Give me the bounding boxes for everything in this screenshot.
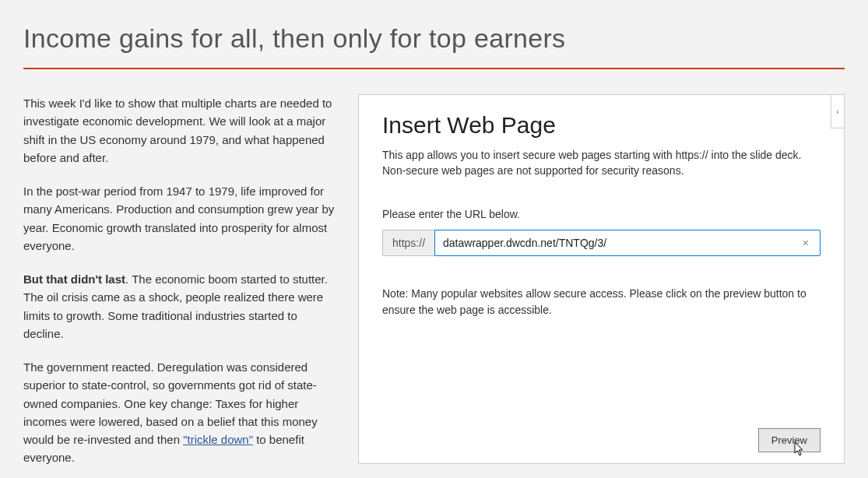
url-field-row: https:// × bbox=[382, 230, 821, 256]
preview-button[interactable]: Preview bbox=[758, 428, 821, 452]
insert-web-page-panel: ‹ Insert Web Page This app allows you to… bbox=[358, 94, 845, 464]
collapse-tab[interactable]: ‹ bbox=[831, 94, 845, 128]
url-input[interactable] bbox=[443, 237, 799, 249]
article-paragraph-2: In the post-war period from 1947 to 1979… bbox=[23, 182, 335, 255]
article-column: This week I'd like to show that multiple… bbox=[23, 94, 335, 478]
article-paragraph-1: This week I'd like to show that multiple… bbox=[23, 94, 335, 167]
panel-title: Insert Web Page bbox=[382, 112, 821, 139]
article-paragraph-3: But that didn't last. The economic boom … bbox=[23, 270, 335, 343]
title-underline bbox=[23, 68, 845, 69]
article-paragraph-4: The government reacted. Deregulation was… bbox=[23, 358, 335, 467]
page-title: Income gains for all, then only for top … bbox=[23, 23, 845, 54]
chevron-left-icon: ‹ bbox=[836, 107, 838, 116]
panel-description: This app allows you to insert secure web… bbox=[382, 148, 821, 178]
trickle-down-link[interactable]: "trickle down" bbox=[183, 433, 253, 446]
url-prefix: https:// bbox=[382, 230, 434, 256]
url-label: Please enter the URL below. bbox=[382, 208, 821, 220]
url-input-wrap[interactable]: × bbox=[434, 230, 821, 256]
paragraph-3-emphasis: But that didn't last bbox=[23, 272, 125, 286]
panel-note: Note: Many popular websites allow secure… bbox=[382, 286, 821, 318]
clear-input-icon[interactable]: × bbox=[799, 237, 812, 249]
